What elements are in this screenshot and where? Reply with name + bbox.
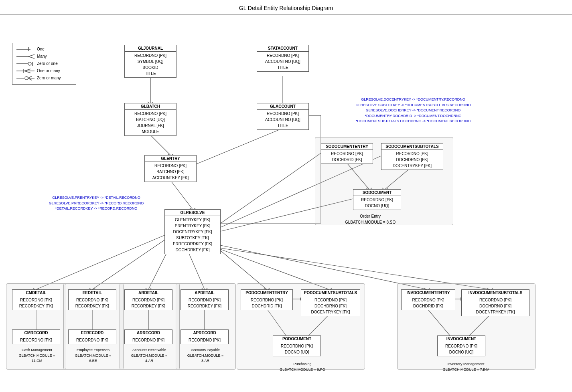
entity-stataccount-body: RECORDNO [PK] ACCOUNTNO [UQ] TITLE <box>257 52 308 71</box>
label-ar: Accounts ReceivableGLBATCH.MODULE =4.AR <box>120 348 179 364</box>
group-order-entry-label: Order EntryGLBATCH.MODULE = 8.SO <box>345 213 396 225</box>
svg-line-26 <box>36 235 164 289</box>
entity-aprecord: APRECORD RECORDNO [PK] <box>181 329 229 344</box>
entity-apdetail-body: RECORDNO [PK] RECORDKEY [FK] <box>181 296 228 310</box>
entity-podocument: PODOCUMENT RECORDNO [PK] DOCNO [UQ] <box>273 335 321 356</box>
legend-one: One <box>16 46 72 53</box>
entity-eerecord-title: EERECORD <box>69 330 116 336</box>
entity-cmdetail: CMDETAIL RECORDNO [PK] RECORDKEY [FK] <box>12 289 60 310</box>
entity-glentry: GLENTRY RECORDNO [PK] BATCHNO [FK] ACCOU… <box>144 155 197 182</box>
entity-podocumentsubtotals: PODOCUMENTSUBTOTALS RECORDNO [PK] DOCHDR… <box>301 289 360 316</box>
svg-line-31 <box>92 237 168 289</box>
entity-podocumententry-body: RECORDNO [PK] DOCHDRID [FK] <box>241 296 292 310</box>
entity-glentry-body: RECORDNO [PK] BATCHNO [FK] ACCOUNTKEY [F… <box>145 162 196 182</box>
label-po: PurchasingGLBATCH.MODULE = 9.PO <box>239 362 366 372</box>
entity-glresolve: GLRESOLVE GLENTRYKEY [FK] PRENTRYKEY [FK… <box>164 209 221 254</box>
entity-podocumentsubtotals-body: RECORDNO [PK] DOCHDRNO [FK] DOCENTRYKEY … <box>301 296 360 316</box>
entity-ardetail-body: RECORDNO [PK] RECORDKEY [FK] <box>125 296 172 310</box>
entity-glbatch-body: RECORDNO [PK] BATCHNO [UQ] JOURNAL [FK] … <box>125 110 176 135</box>
entity-eerecord-body: RECORDNO [PK] <box>69 336 116 344</box>
entity-podocument-body: RECORDNO [PK] DOCNO [UQ] <box>273 342 320 356</box>
note-glresolve-left: GLRESOLVE.PRENTRYKEY -> *DETAIL.RECORDNO… <box>40 195 152 212</box>
entity-sodocumentsubtotals: SODOCUMENTSUBTOTALS RECORDNO [PK] DOCHDR… <box>381 143 443 170</box>
svg-line-56 <box>221 245 427 289</box>
entity-eedetail-body: RECORDNO [PK] RECORDKEY [FK] <box>69 296 116 310</box>
entity-glaccount-body: RECORDNO [PK] ACCOUNTNO [UQ] TITLE <box>257 110 308 129</box>
entity-eerecord: EERECORD RECORDNO [PK] <box>68 329 116 344</box>
entity-apdetail: APDETAIL RECORDNO [PK] RECORDKEY [FK] <box>181 289 229 310</box>
label-cm: Cash ManagementGLBATCH.MODULE =11.CM <box>7 348 67 364</box>
entity-apdetail-title: APDETAIL <box>181 290 228 296</box>
entity-arrecord-title: ARRECORD <box>125 330 172 336</box>
label-inv: Inventory ManagementGLBATCH.MODULE = 7.I… <box>397 362 535 372</box>
entity-arrecord-body: RECORDNO [PK] <box>125 336 172 344</box>
entity-cmrecord-title: CMRECORD <box>12 330 60 336</box>
entity-gljournal: GLJOURNAL RECORDNO [PK] SYMBOL [UQ] BOOK… <box>124 45 176 78</box>
entity-glresolve-title: GLRESOLVE <box>165 210 220 216</box>
entity-sodocument-title: SODOCUMENT <box>353 190 401 196</box>
legend-many: Many <box>16 53 72 60</box>
entity-aprecord-title: APRECORD <box>181 330 228 336</box>
entity-invdocumententry-title: INVDOCUMENTENTRY <box>402 290 455 296</box>
entity-sodocumentsubtotals-title: SODOCUMENTSUBTOTALS <box>381 143 443 150</box>
entity-podocumententry-title: PODOCUMENTENTRY <box>241 290 292 296</box>
entity-arrecord: ARRECORD RECORDNO [PK] <box>124 329 172 344</box>
entity-podocumentsubtotals-title: PODOCUMENTSUBTOTALS <box>301 290 360 296</box>
entity-glaccount-title: GLACCOUNT <box>257 103 308 110</box>
entity-invdocumentsubtotals-body: RECORDNO [PK] DOCHDRNO [FK] DOCENTRYKEY … <box>462 296 529 316</box>
entity-ardetail-title: ARDETAIL <box>125 290 172 296</box>
svg-line-12 <box>170 180 193 209</box>
entity-invdocument-body: RECORDNO [PK] DOCNO [UQ] <box>438 342 485 356</box>
entity-sodocument: SODOCUMENT RECORDNO [PK] DOCNO [UQ] <box>353 189 401 210</box>
svg-point-128 <box>25 77 28 80</box>
entity-glbatch-title: GLBATCH <box>125 103 176 110</box>
svg-line-17 <box>221 153 321 223</box>
svg-point-120 <box>28 62 31 65</box>
entity-sodocument-body: RECORDNO [PK] DOCNO [UQ] <box>353 196 401 210</box>
entity-podocument-title: PODOCUMENT <box>273 336 320 342</box>
label-ap: Accounts PayableGLBATCH.MODULE =3.AR <box>176 348 235 364</box>
entity-sodocumententry-body: RECORDNO [PK] DOCHDRID [FK] <box>321 150 373 164</box>
entity-gljournal-title: GLJOURNAL <box>125 45 176 52</box>
note-glresolve-top: GLRESOLVE.DOCENTRYKEY -> *DOCUMENTRY.REC… <box>329 97 497 124</box>
entity-sodocumententry: SODOCUMENTENTRY RECORDNO [PK] DOCHDRID [… <box>321 143 373 164</box>
page-title: GL Detail Entity Relationship Diagram <box>0 0 572 15</box>
entity-glbatch: GLBATCH RECORDNO [PK] BATCHNO [UQ] JOURN… <box>124 103 176 136</box>
entity-invdocumententry: INVDOCUMENTENTRY RECORDNO [PK] DOCHDRID … <box>401 289 455 310</box>
entity-eedetail: EEDETAIL RECORDNO [PK] RECORDKEY [FK] <box>68 289 116 310</box>
legend-zero-one: Zero or one <box>16 60 72 67</box>
entity-cmdetail-title: CMDETAIL <box>12 290 60 296</box>
entity-ardetail: ARDETAIL RECORDNO [PK] RECORDKEY [FK] <box>124 289 172 310</box>
label-ee: Employee ExpensesGLBATCH.MODULE =6.EE <box>63 348 123 364</box>
entity-gljournal-body: RECORDNO [PK] SYMBOL [UQ] BOOKID TITLE <box>125 52 176 77</box>
svg-line-118 <box>28 57 34 59</box>
entity-cmrecord-body: RECORDNO [PK] <box>12 336 60 344</box>
entity-stataccount-title: STATACCOUNT <box>257 45 308 52</box>
entity-invdocumentsubtotals: INVDOCUMENTSUBTOTALS RECORDNO [PK] DOCHD… <box>461 289 529 316</box>
entity-stataccount: STATACCOUNT RECORDNO [PK] ACCOUNTNO [UQ]… <box>257 45 309 72</box>
entity-glentry-title: GLENTRY <box>145 156 196 162</box>
entity-invdocument-title: INVDOCUMENT <box>438 336 485 342</box>
svg-line-117 <box>28 55 34 57</box>
entity-invdocumententry-body: RECORDNO [PK] DOCHDRID [FK] <box>402 296 455 310</box>
entity-sodocumententry-title: SODOCUMENTENTRY <box>321 143 373 150</box>
svg-line-11 <box>197 128 283 164</box>
entity-invdocument: INVDOCUMENT RECORDNO [PK] DOCNO [UQ] <box>437 335 485 356</box>
entity-glaccount: GLACCOUNT RECORDNO [PK] ACCOUNTNO [UQ] T… <box>257 103 309 130</box>
legend: One Many Zero or one One or many Zero or… <box>12 43 76 85</box>
entity-aprecord-body: RECORDNO [PK] <box>181 336 228 344</box>
entity-glresolve-body: GLENTRYKEY [FK] PRENTRYKEY [FK] DOCENTRY… <box>165 216 220 254</box>
legend-zero-many: Zero or many <box>16 75 72 82</box>
entity-sodocumentsubtotals-body: RECORDNO [PK] DOCHDRNO [FK] DOCENTRYKEY … <box>381 150 443 170</box>
entity-cmrecord: CMRECORD RECORDNO [PK] <box>12 329 60 344</box>
entity-invdocumentsubtotals-title: INVDOCUMENTSUBTOTALS <box>462 290 529 296</box>
svg-line-6 <box>150 135 170 155</box>
entity-eedetail-title: EEDETAIL <box>69 290 116 296</box>
legend-one-many: One or many <box>16 67 72 75</box>
entity-cmdetail-body: RECORDNO [PK] RECORDKEY [FK] <box>12 296 60 310</box>
entity-podocumententry: PODOCUMENTENTRY RECORDNO [PK] DOCHDRID [… <box>241 289 293 310</box>
